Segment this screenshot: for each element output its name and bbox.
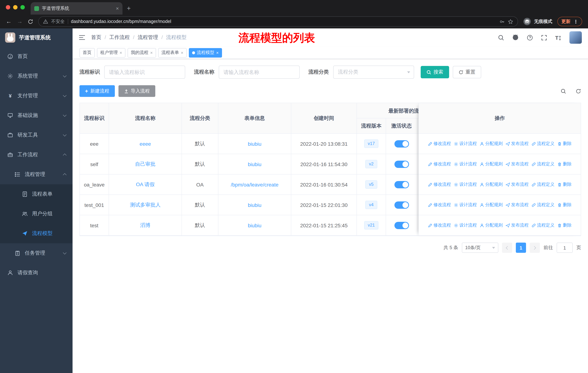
sidebar-item-process-mgmt[interactable]: 流程管理 <box>0 165 73 184</box>
page-size-select[interactable]: 10条/页 <box>462 242 498 253</box>
active-toggle[interactable] <box>394 181 409 188</box>
assign-rule-link[interactable]: 分配规则 <box>480 161 503 167</box>
breadcrumb-item[interactable]: 工作流程 <box>101 34 130 41</box>
security-label[interactable]: 不安全 <box>51 18 65 25</box>
assign-rule-link[interactable]: 分配规则 <box>480 202 503 208</box>
tag-home[interactable]: 首页 <box>79 48 95 57</box>
delete-link[interactable]: 删除 <box>557 202 572 208</box>
publish-process-link[interactable]: 发布流程 <box>506 141 529 147</box>
filter-key-input[interactable] <box>104 66 185 79</box>
design-process-link[interactable]: 设计流程 <box>454 161 477 167</box>
tag-my-process[interactable]: 我的流程 <box>128 48 156 57</box>
hide-search-icon[interactable] <box>561 88 566 94</box>
sidebar-item-process-form[interactable]: 流程表单 <box>0 184 73 204</box>
goto-page-input[interactable] <box>557 242 573 253</box>
close-icon[interactable] <box>120 50 122 55</box>
delete-link[interactable]: 删除 <box>557 181 572 188</box>
process-definition-link[interactable]: 流程定义 <box>532 141 555 147</box>
reset-button[interactable]: 重置 <box>453 66 481 78</box>
filter-category-select[interactable]: 流程分类 <box>333 66 414 79</box>
tab-close-icon[interactable] <box>116 6 119 11</box>
sidebar-item-infra[interactable]: 基础设施 <box>0 106 73 125</box>
process-definition-link[interactable]: 流程定义 <box>532 161 555 167</box>
edit-process-link[interactable]: 修改流程 <box>428 161 451 167</box>
edit-process-link[interactable]: 修改流程 <box>428 141 451 147</box>
process-name-link[interactable]: 滔博 <box>140 222 150 229</box>
prev-page-button[interactable] <box>502 242 512 253</box>
active-toggle[interactable] <box>394 161 409 168</box>
new-tab-button[interactable] <box>127 5 131 12</box>
window-minimize-button[interactable] <box>13 5 18 10</box>
sidebar-item-leave-query[interactable]: 请假查询 <box>0 263 73 283</box>
window-close-button[interactable] <box>6 5 10 10</box>
tag-tenant-mgmt[interactable]: 租户管理 <box>97 48 126 57</box>
form-info-link[interactable]: /bpm/oa/leave/create <box>231 181 279 187</box>
sidebar-item-devtools[interactable]: 研发工具 <box>0 125 73 145</box>
form-info-link[interactable]: biubiu <box>248 202 262 208</box>
search-icon[interactable] <box>498 34 504 40</box>
form-info-link[interactable]: biubiu <box>248 161 262 167</box>
tag-process-model[interactable]: 流程模型 <box>189 48 222 57</box>
active-toggle[interactable] <box>394 201 409 209</box>
assign-rule-link[interactable]: 分配规则 <box>480 141 503 147</box>
form-info-link[interactable]: biubiu <box>248 141 262 147</box>
reload-button[interactable] <box>28 19 33 24</box>
publish-process-link[interactable]: 发布流程 <box>506 161 529 167</box>
sidebar-item-home[interactable]: 首页 <box>0 47 73 66</box>
search-button[interactable]: 搜索 <box>421 66 449 78</box>
process-name-link[interactable]: 测试多审批人 <box>130 202 161 208</box>
process-name-link[interactable]: eeee <box>140 141 151 147</box>
breadcrumb-item[interactable]: 首页 <box>91 34 101 41</box>
process-definition-link[interactable]: 流程定义 <box>532 181 555 188</box>
page-1-button[interactable]: 1 <box>516 242 526 253</box>
edit-process-link[interactable]: 修改流程 <box>428 202 451 208</box>
design-process-link[interactable]: 设计流程 <box>454 141 477 147</box>
publish-process-link[interactable]: 发布流程 <box>506 222 529 228</box>
breadcrumb-item[interactable]: 流程管理 <box>130 34 158 41</box>
password-key-icon[interactable] <box>499 19 505 24</box>
font-size-icon[interactable]: T <box>555 34 561 40</box>
filter-name-input[interactable] <box>219 66 300 79</box>
sidebar-item-process-model[interactable]: 流程模型 <box>0 224 73 243</box>
close-icon[interactable] <box>150 50 153 55</box>
form-info-link[interactable]: biubiu <box>248 222 262 228</box>
sidebar-collapse-button[interactable] <box>79 35 85 40</box>
sidebar-item-user-group[interactable]: 用户分组 <box>0 204 73 224</box>
sidebar-item-workflow[interactable]: 工作流程 <box>0 145 73 165</box>
delete-link[interactable]: 删除 <box>557 141 572 147</box>
publish-process-link[interactable]: 发布流程 <box>506 202 529 208</box>
next-page-button[interactable] <box>530 242 540 253</box>
user-avatar[interactable] <box>569 31 582 44</box>
url-text[interactable]: dashboard.yudao.iocoder.cn/bpm/manager/m… <box>71 19 171 24</box>
refresh-table-icon[interactable] <box>576 88 581 94</box>
active-toggle[interactable] <box>394 222 409 229</box>
fullscreen-icon[interactable] <box>541 34 547 40</box>
help-icon[interactable] <box>527 34 533 40</box>
import-process-button[interactable]: 导入流程 <box>118 85 155 97</box>
sidebar-item-task-mgmt[interactable]: 任务管理 <box>0 243 73 263</box>
process-name-link[interactable]: OA 请假 <box>136 181 155 188</box>
tag-process-form[interactable]: 流程表单 <box>158 48 187 57</box>
github-icon[interactable] <box>512 34 519 41</box>
active-toggle[interactable] <box>394 140 409 147</box>
create-process-button[interactable]: 新建流程 <box>79 85 115 97</box>
design-process-link[interactable]: 设计流程 <box>454 222 477 228</box>
close-icon[interactable] <box>216 50 219 55</box>
process-name-link[interactable]: 自己审批 <box>135 161 156 167</box>
assign-rule-link[interactable]: 分配规则 <box>480 181 503 188</box>
close-icon[interactable] <box>181 50 183 55</box>
browser-menu-icon[interactable] <box>573 19 578 24</box>
sidebar-item-payment[interactable]: ¥ 支付管理 <box>0 86 73 106</box>
process-definition-link[interactable]: 流程定义 <box>532 222 555 228</box>
delete-link[interactable]: 删除 <box>557 222 572 228</box>
edit-process-link[interactable]: 修改流程 <box>428 181 451 188</box>
browser-tab[interactable]: 芋道管理系统 <box>31 2 123 15</box>
assign-rule-link[interactable]: 分配规则 <box>480 222 503 228</box>
browser-update-button[interactable]: 更新 <box>557 17 582 26</box>
process-definition-link[interactable]: 流程定义 <box>532 202 555 208</box>
back-button[interactable] <box>6 19 12 24</box>
edit-process-link[interactable]: 修改流程 <box>428 222 451 228</box>
design-process-link[interactable]: 设计流程 <box>454 181 477 188</box>
sidebar-item-system[interactable]: 系统管理 <box>0 66 73 86</box>
window-zoom-button[interactable] <box>21 5 25 10</box>
